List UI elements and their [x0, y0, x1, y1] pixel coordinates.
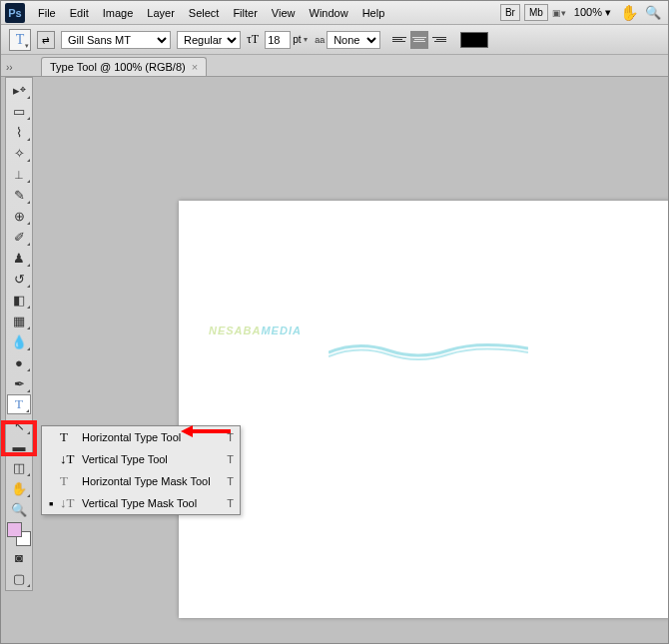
type-tool-flyout: T Horizontal Type Tool T ↓T Vertical Typ… [41, 425, 241, 515]
app-logo: Ps [5, 3, 25, 23]
history-brush-tool[interactable]: ↺ [7, 269, 31, 289]
zoom-icon[interactable]: 🔍 [645, 5, 661, 20]
expand-panels-icon[interactable]: ›› [6, 62, 20, 76]
menu-filter[interactable]: Filter [226, 7, 264, 19]
align-right-button[interactable] [430, 31, 448, 49]
menu-image[interactable]: Image [96, 7, 141, 19]
horizontal-type-mask-icon: T [60, 473, 76, 489]
font-size-field[interactable]: pt ▾ [265, 31, 309, 49]
orientation-toggle[interactable]: ⇄ [37, 31, 55, 49]
flyout-vertical-type[interactable]: ↓T Vertical Type Tool T [42, 448, 240, 470]
hand-tool[interactable]: ✋ [7, 478, 31, 498]
tab-close-icon[interactable]: × [192, 61, 198, 73]
fg-color[interactable] [7, 522, 22, 537]
font-size-input[interactable] [265, 31, 291, 49]
annotation-arrow [191, 429, 231, 433]
gradient-tool[interactable]: ▦ [7, 311, 31, 330]
move-tool[interactable]: ▸✥ [7, 80, 31, 100]
type-tool[interactable]: T [7, 394, 31, 414]
workspace: ▸✥ ▭ ⌇ ✧ ⟂ ✎ ⊕ ✐ ♟ ↺ ◧ ▦ 💧 ● ✒ T ↖ ▬ ◫ ✋… [1, 77, 668, 644]
tab-bar: ›› Type Tool @ 100% (RGB/8) × [1, 55, 668, 77]
brush-tool[interactable]: ✐ [7, 227, 31, 247]
font-family-select[interactable]: Gill Sans MT [61, 31, 171, 49]
horizontal-type-icon: T [60, 429, 76, 445]
annotation-highlight [1, 420, 37, 456]
blur-tool[interactable]: 💧 [7, 331, 31, 351]
document-tab[interactable]: Type Tool @ 100% (RGB/8) × [41, 57, 207, 76]
align-group [390, 31, 448, 49]
menu-help[interactable]: Help [355, 7, 392, 19]
eyedropper-tool[interactable]: ✎ [7, 185, 31, 205]
pen-tool[interactable]: ✒ [7, 373, 31, 393]
wand-tool[interactable]: ✧ [7, 143, 31, 163]
dodge-tool[interactable]: ● [7, 352, 31, 372]
canvas[interactable]: NESABAMEDIA [179, 201, 669, 618]
menu-file[interactable]: File [31, 7, 63, 19]
toolbox: ▸✥ ▭ ⌇ ✧ ⟂ ✎ ⊕ ✐ ♟ ↺ ◧ ▦ 💧 ● ✒ T ↖ ▬ ◫ ✋… [5, 77, 33, 591]
screenmode-tool[interactable]: ▢ [7, 568, 31, 588]
hand-icon[interactable]: ✋ [620, 4, 639, 22]
font-style-select[interactable]: Regular [177, 31, 241, 49]
lasso-tool[interactable]: ⌇ [7, 122, 31, 142]
minibridge-button[interactable]: Mb [524, 4, 548, 21]
screenmode-drop[interactable]: ▣▾ [550, 8, 568, 18]
zoom-tool[interactable]: 🔍 [7, 499, 31, 519]
antialias-label: aa [315, 35, 325, 45]
zoom-level[interactable]: 100% ▾ [568, 6, 617, 19]
stamp-tool[interactable]: ♟ [7, 248, 31, 268]
font-size-icon: τT [247, 32, 259, 47]
menu-edit[interactable]: Edit [63, 7, 96, 19]
eraser-tool[interactable]: ◧ [7, 290, 31, 310]
heal-tool[interactable]: ⊕ [7, 206, 31, 226]
options-bar: T▾ ⇄ Gill Sans MT Regular τT pt ▾ aa Non… [1, 25, 668, 55]
menu-select[interactable]: Select [182, 7, 227, 19]
align-left-button[interactable] [390, 31, 408, 49]
watermark-wave-icon [329, 340, 528, 360]
tool-preset-icon[interactable]: T▾ [9, 29, 31, 51]
crop-tool[interactable]: ⟂ [7, 164, 31, 184]
align-center-button[interactable] [410, 31, 428, 49]
text-color-swatch[interactable] [460, 32, 488, 48]
menu-window[interactable]: Window [303, 7, 355, 19]
color-swatches[interactable] [7, 522, 31, 546]
3d-tool[interactable]: ◫ [7, 457, 31, 477]
watermark: NESABAMEDIA [209, 311, 302, 341]
selected-dot-icon: ■ [48, 500, 54, 507]
flyout-horizontal-type-mask[interactable]: T Horizontal Type Mask Tool T [42, 470, 240, 492]
marquee-tool[interactable]: ▭ [7, 101, 31, 121]
quickmask-tool[interactable]: ◙ [7, 547, 31, 567]
menu-bar: Ps File Edit Image Layer Select Filter V… [1, 1, 668, 25]
vertical-type-icon: ↓T [60, 451, 76, 467]
vertical-type-mask-icon: ↓T [60, 495, 76, 511]
menu-view[interactable]: View [265, 7, 303, 19]
bridge-button[interactable]: Br [500, 4, 520, 21]
flyout-vertical-type-mask[interactable]: ■ ↓T Vertical Type Mask Tool T [42, 492, 240, 514]
tab-title: Type Tool @ 100% (RGB/8) [50, 61, 186, 73]
antialias-select[interactable]: None [327, 31, 380, 49]
menu-layer[interactable]: Layer [140, 7, 182, 19]
